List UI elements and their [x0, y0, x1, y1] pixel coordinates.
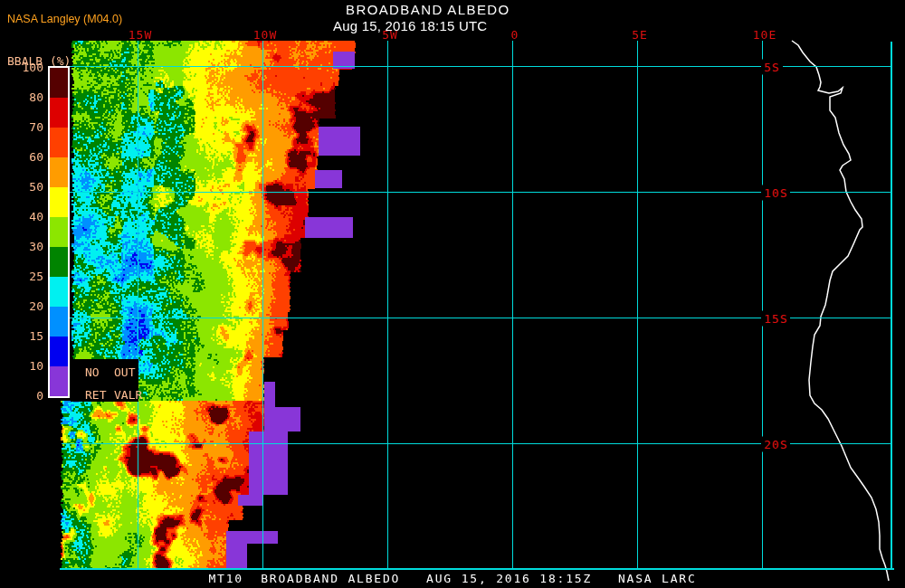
lon-label-0: 0 [511, 28, 519, 42]
colorbar: BBALB (%) 100807060504030252015100 [0, 0, 72, 588]
grid-line [138, 41, 138, 568]
lon-label-15W: 15W [129, 28, 152, 42]
albedo-quicklook-window: 15W10W5W05E10E 5S10S15S20S NASA Langley … [0, 0, 905, 588]
colorbar-band-3 [50, 157, 68, 187]
grid-line [60, 568, 894, 570]
legend-word-no: NO [85, 365, 114, 380]
lon-label-5E: 5E [632, 28, 648, 42]
colorbar-band-1 [50, 98, 68, 128]
lon-label-10E: 10E [753, 28, 776, 42]
credit-label: NASA Langley (M04.0) [7, 13, 122, 25]
grid-line [762, 41, 763, 568]
lon-label-10W: 10W [253, 28, 277, 42]
colorbar-tick: 50 [0, 180, 43, 194]
legend-word-out: OUT [114, 365, 142, 380]
colorbar-tick: 0 [0, 389, 43, 403]
colorbar-tick: 70 [0, 120, 43, 134]
colorbar-tick: 100 [0, 61, 43, 74]
grid-line [262, 41, 263, 568]
status-bar: MT10 BROADBAND ALBEDO AUG 15, 2016 18:15… [0, 572, 905, 585]
lat-label-20S: 20S [761, 437, 790, 452]
colorbar-band-7 [50, 277, 68, 307]
colorbar-band-8 [50, 307, 68, 337]
colorbar-tick: 60 [0, 150, 43, 164]
lat-label-5S: 5S [761, 60, 783, 75]
colorbar-tick: 25 [0, 270, 43, 283]
colorbar-tick: 80 [0, 90, 43, 104]
grid-line [387, 41, 388, 568]
lat-label-10S: 10S [761, 185, 790, 201]
colorbar-tick: 30 [0, 240, 43, 253]
grid-line [637, 41, 638, 568]
colorbar-band-0 [50, 68, 68, 98]
colorbar-band-10 [50, 366, 68, 396]
colorbar-scale [48, 66, 70, 398]
lat-label-15S: 15S [761, 311, 790, 327]
albedo-map-raster [0, 0, 905, 588]
colorbar-band-2 [50, 128, 68, 157]
legend-word-valr: VALR [114, 388, 142, 403]
colorbar-band-5 [50, 217, 68, 247]
colorbar-tick: 15 [0, 329, 43, 343]
page-title: BROADBAND ALBEDO [346, 2, 510, 17]
colorbar-band-6 [50, 247, 68, 277]
no-retrieval-legend: NO OUT RET VALR [71, 359, 138, 402]
timestamp-subtitle: Aug 15, 2016 18:15 UTC [333, 18, 487, 33]
grid-line [512, 41, 513, 568]
colorbar-band-4 [50, 187, 68, 217]
colorbar-band-9 [50, 337, 68, 366]
grid-line [891, 42, 892, 568]
colorbar-tick: 10 [0, 359, 43, 373]
colorbar-tick: 40 [0, 210, 43, 223]
colorbar-tick: 20 [0, 299, 43, 313]
legend-word-ret: RET [85, 388, 114, 403]
